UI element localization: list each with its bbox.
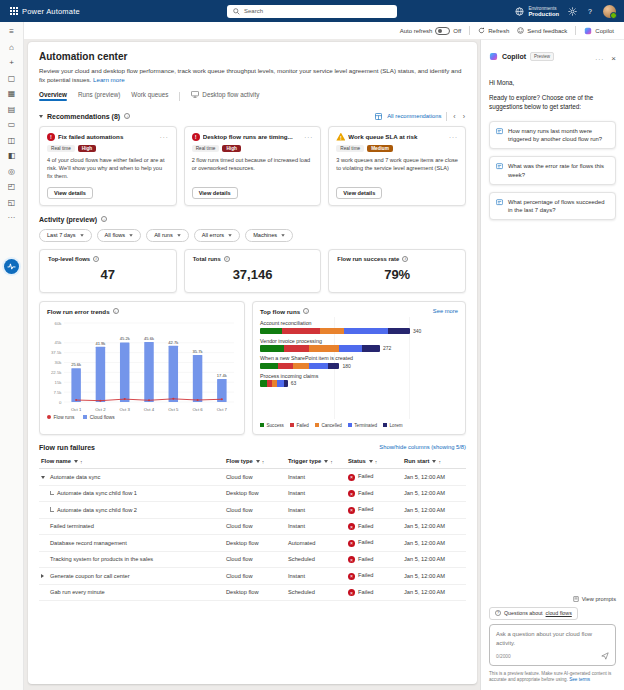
close-icon[interactable] [611,47,616,65]
refresh-button[interactable]: Refresh [478,27,509,34]
show-hide-columns-link[interactable]: Show/hide columns (showing 5/8) [379,444,466,450]
table-row[interactable]: Failed terminatedCloud flowInstantFailed… [39,518,466,535]
legend-cloud-flows: Cloud flows [83,415,114,420]
table-row[interactable]: Automate data sync child flow 2Cloud flo… [39,502,466,519]
more-options-icon[interactable] [160,134,169,140]
table-row[interactable]: Generate coupon for call centerCloud flo… [39,568,466,585]
collapse-chevron-icon[interactable] [39,115,43,118]
user-avatar[interactable] [603,5,616,18]
copilot-suggestion[interactable]: What percentage of flows succeeded in th… [489,192,616,221]
tab-overview[interactable]: Overview [39,91,67,101]
column-header-trigger-type[interactable]: Trigger type [286,455,346,469]
my-flows-icon[interactable]: ▭ [4,119,19,130]
solutions-icon[interactable]: ◰ [4,181,19,192]
sort-arrow-icon[interactable] [262,459,265,465]
help-icon[interactable] [585,6,595,16]
more-options-icon[interactable] [595,47,604,65]
flow-run-count: 340 [413,328,421,334]
all-recommendations-link[interactable]: All recommendations [387,113,441,119]
flow-name: Tracking system for products in the sale… [50,556,153,562]
table-row[interactable]: Gab run every minuteDesktop flowSchedule… [39,584,466,601]
column-header-flow-type[interactable]: Flow type [224,455,286,469]
refresh-label: Refresh [488,28,509,34]
copilot-toggle-button[interactable]: Copilot [584,27,614,35]
view-details-button[interactable]: View details [192,187,238,199]
more-options-icon[interactable] [304,134,313,140]
expand-chevron-icon[interactable] [41,573,50,579]
auto-refresh-state: Off [453,28,461,34]
table-row[interactable]: Automate data sync child flow 1Desktop f… [39,485,466,502]
filter-machines[interactable]: Machines [245,229,293,242]
svg-text:60k: 60k [55,320,63,325]
table-row[interactable]: Automate data syncCloud flowInstantFaile… [39,469,466,486]
smiley-icon [517,27,524,34]
more-icon[interactable]: ··· [4,212,19,223]
send-feedback-button[interactable]: Send feedback [517,27,567,34]
column-header-flow-name[interactable]: Flow name [39,455,224,469]
expand-chevron-icon[interactable] [41,474,50,480]
child-flow-arrow-icon [50,507,54,512]
waffle-menu-icon[interactable] [10,7,12,9]
activity-header: Activity (preview) [39,216,466,223]
home-icon[interactable]: ⌂ [4,42,19,53]
filter-all-runs[interactable]: All runs [146,229,189,242]
more-options-icon[interactable] [449,134,458,140]
svg-text:?: ? [497,611,499,615]
recommendation-card: Fix failed automationsReal timeHigh4 of … [39,126,177,206]
badge-real-time: Real time [47,145,75,152]
trigger-type: Scheduled [286,584,346,601]
view-prompts-button[interactable]: View prompts [573,596,616,602]
table-row[interactable]: Database record managementDesktop flowAu… [39,535,466,552]
copilot-suggestion[interactable]: How many runs last month were triggered … [489,121,616,150]
see-terms-link[interactable]: See terms [569,677,590,682]
view-details-button[interactable]: View details [47,187,93,199]
copilot-chat-input[interactable]: Ask a question about your cloud flow act… [489,624,616,666]
process-mining-icon[interactable]: ◱ [4,197,19,208]
filter-chevron-icon[interactable] [432,460,436,463]
filter-chevron-icon[interactable] [256,460,260,463]
global-search-input[interactable]: Search [227,5,397,18]
tab-desktop-flow-activity[interactable]: Desktop flow activity [191,91,259,102]
prev-page-arrow[interactable]: ‹ [452,113,456,120]
auto-refresh-toggle[interactable] [435,27,450,35]
filter-all-flows[interactable]: All flows [97,229,142,242]
create-icon[interactable]: + [4,57,19,68]
copilot-suggestion[interactable]: What was the error rate for flows this w… [489,156,616,185]
table-row[interactable]: Tracking system for products in the sale… [39,551,466,568]
send-icon[interactable] [601,652,609,660]
run-start: Jan 5, 12:00 AM [402,584,466,601]
flow-type: Cloud flow [224,469,286,486]
context-chip[interactable]: ? Questions about cloud flows [489,607,578,620]
chat-icon[interactable]: ▢ [4,73,19,84]
sort-arrow-icon[interactable] [80,459,83,465]
environment-picker[interactable]: Environments Production [515,6,559,17]
next-page-arrow[interactable]: › [462,113,466,120]
nav-menu-icon[interactable]: ≡ [4,26,19,37]
view-prompts-label: View prompts [582,596,616,602]
column-header-run-start[interactable]: Run start [402,455,466,469]
filter-chevron-icon[interactable] [74,460,78,463]
templates-icon[interactable]: ▦ [4,88,19,99]
learn-icon[interactable]: ▤ [4,104,19,115]
filter-last-7-days[interactable]: Last 7 days [39,229,92,242]
monitor-icon[interactable]: ◫ [4,135,19,146]
sidebar-item-automation-center[interactable] [4,259,19,274]
filter-all-errors[interactable]: All errors [194,229,240,242]
see-more-link[interactable]: See more [433,308,458,314]
sort-arrow-icon[interactable] [438,459,441,465]
sort-arrow-icon[interactable] [375,459,378,465]
settings-gear-icon[interactable] [567,6,577,16]
tab-work-queues[interactable]: Work queues [131,91,168,101]
filter-chevron-icon[interactable] [369,460,373,463]
data-icon[interactable]: ◧ [4,150,19,161]
stat-label-text: Flow run success rate [337,256,399,262]
tab-runs-preview[interactable]: Runs (preview) [78,91,120,101]
learn-more-link[interactable]: Learn more [93,76,125,83]
recommendation-description: 4 of your cloud flows have either failed… [47,156,169,183]
connections-icon[interactable]: ◎ [4,166,19,177]
sort-arrow-icon[interactable] [330,459,333,465]
filter-chevron-icon[interactable] [324,460,328,463]
svg-text:41.9k: 41.9k [95,340,106,345]
column-header-status[interactable]: Status [346,455,402,469]
view-details-button[interactable]: View details [336,187,382,199]
